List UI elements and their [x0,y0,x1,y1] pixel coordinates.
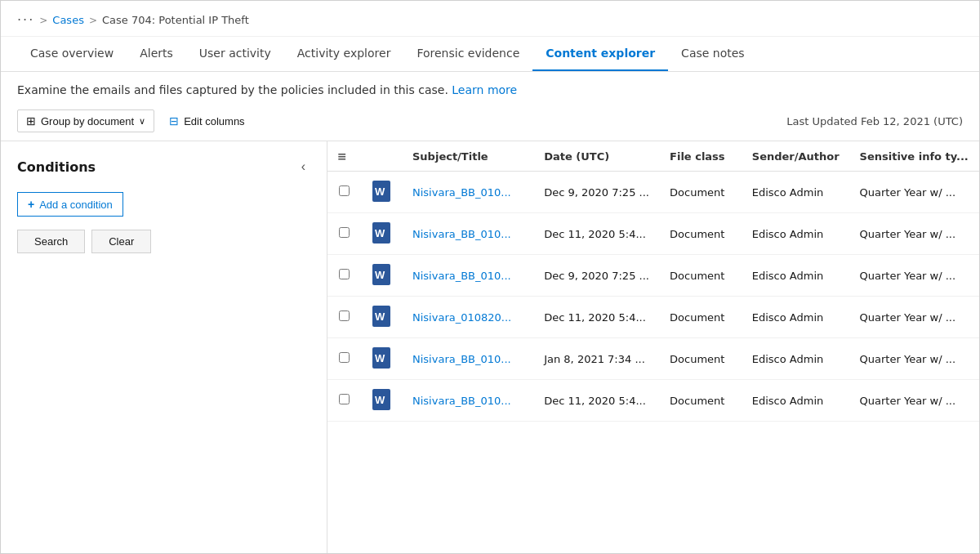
row-checkbox[interactable] [327,297,360,338]
learn-more-link[interactable]: Learn more [452,83,517,96]
select-all-icon[interactable]: ≡ [337,150,347,163]
row-fileclass: Document [660,297,742,338]
conditions-title: Conditions [17,159,96,175]
conditions-actions: Search Clear [17,230,310,253]
col-header-subject[interactable]: Subject/Title [403,141,534,172]
row-checkbox-input[interactable] [339,227,350,238]
svg-text:W: W [375,311,385,323]
add-condition-label: Add a condition [39,199,113,211]
group-by-button[interactable]: ⊞ Group by document ∨ [17,109,154,132]
row-checkbox-input[interactable] [339,394,350,404]
row-date: Jan 8, 2021 7:34 ... [534,338,660,380]
tab-user-activity[interactable]: User activity [186,37,284,71]
row-checkbox-input[interactable] [339,352,350,363]
conditions-header: Conditions ‹ [17,158,310,176]
row-subject: Nisivara_BB_010... [403,338,534,380]
row-fileclass: Document [660,172,742,213]
data-area: ≡ Subject/Title Date (UTC) File class Se… [327,141,979,553]
plus-icon: + [28,198,34,211]
row-date: Dec 11, 2020 5:4... [534,297,660,338]
tab-case-notes[interactable]: Case notes [668,37,758,71]
row-sender: Edisco Admin [742,172,850,213]
tab-activity-explorer[interactable]: Activity explorer [284,37,404,71]
svg-text:W: W [375,185,385,198]
table-row[interactable]: W Nisivara_010820... Dec 11, 2020 5:4...… [327,297,979,338]
content-table: ≡ Subject/Title Date (UTC) File class Se… [327,141,979,422]
breadcrumb-case-title: Case 704: Potential IP Theft [102,14,249,26]
tab-content-explorer[interactable]: Content explorer [532,37,668,71]
row-checkbox[interactable] [327,213,360,255]
group-by-label: Group by document [41,115,134,127]
search-button[interactable]: Search [17,230,85,253]
row-checkbox-input[interactable] [339,311,350,321]
conditions-panel: Conditions ‹ + Add a condition Search Cl… [1,141,327,553]
row-checkbox[interactable] [327,172,360,213]
row-sender: Edisco Admin [742,255,850,297]
breadcrumb-sep2: > [89,15,97,26]
svg-text:W: W [375,352,385,364]
breadcrumb-cases[interactable]: Cases [52,14,84,26]
row-fileclass: Document [660,255,742,297]
tab-forensic-evidence[interactable]: Forensic evidence [403,37,532,71]
tab-case-overview[interactable]: Case overview [17,37,127,71]
col-header-date[interactable]: Date (UTC) [534,141,660,172]
row-date: Dec 9, 2020 7:25 ... [534,172,660,213]
table-header-row: ≡ Subject/Title Date (UTC) File class Se… [327,141,979,172]
row-date: Dec 11, 2020 5:4... [534,213,660,255]
row-sensitive: Quarter Year w/ ... [850,255,979,297]
breadcrumb: ··· > Cases > Case 704: Potential IP The… [1,1,979,37]
app-window: ··· > Cases > Case 704: Potential IP The… [0,0,980,554]
table-row[interactable]: W Nisivara_BB_010... Dec 9, 2020 7:25 ..… [327,255,979,297]
main-area: Conditions ‹ + Add a condition Search Cl… [1,141,979,553]
nav-tabs: Case overview Alerts User activity Activ… [1,37,979,72]
row-fileclass: Document [660,380,742,422]
row-checkbox[interactable] [327,380,360,422]
col-header-sender[interactable]: Sender/Author [742,141,850,172]
table-row[interactable]: W Nisivara_BB_010... Dec 11, 2020 5:4...… [327,213,979,255]
group-icon: ⊞ [26,114,36,127]
row-subject: Nisivara_BB_010... [403,255,534,297]
row-sensitive: Quarter Year w/ ... [850,297,979,338]
row-sender: Edisco Admin [742,380,850,422]
row-subject: Nisivara_BB_010... [403,213,534,255]
row-checkbox[interactable] [327,255,360,297]
col-header-filetype [360,141,403,172]
row-checkbox-input[interactable] [339,269,350,279]
edit-columns-label: Edit columns [184,115,244,127]
row-checkbox-input[interactable] [339,185,350,196]
description-text: Examine the emails and files captured by… [17,83,448,96]
row-sensitive: Quarter Year w/ ... [850,380,979,422]
add-condition-button[interactable]: + Add a condition [17,192,123,217]
row-file-icon: W [360,338,403,380]
table-row[interactable]: W Nisivara_BB_010... Dec 11, 2020 5:4...… [327,380,979,422]
svg-text:W: W [375,269,385,281]
toolbar-left: ⊞ Group by document ∨ ⊟ Edit columns [17,109,250,132]
col-header-checkbox: ≡ [327,141,360,172]
breadcrumb-sep1: > [39,15,47,26]
clear-button[interactable]: Clear [91,230,151,253]
svg-text:W: W [375,394,385,406]
row-file-icon: W [360,297,403,338]
row-file-icon: W [360,255,403,297]
col-header-sensitive[interactable]: Sensitive info ty... [850,141,979,172]
row-file-icon: W [360,213,403,255]
row-date: Dec 9, 2020 7:25 ... [534,255,660,297]
collapse-panel-button[interactable]: ‹ [296,158,310,176]
row-date: Dec 11, 2020 5:4... [534,380,660,422]
chevron-down-icon: ∨ [139,116,145,127]
row-sender: Edisco Admin [742,338,850,380]
row-file-icon: W [360,380,403,422]
toolbar: ⊞ Group by document ∨ ⊟ Edit columns Las… [1,105,979,141]
row-sensitive: Quarter Year w/ ... [850,213,979,255]
table-row[interactable]: W Nisivara_BB_010... Jan 8, 2021 7:34 ..… [327,338,979,380]
table-row[interactable]: W Nisivara_BB_010... Dec 9, 2020 7:25 ..… [327,172,979,213]
edit-columns-button[interactable]: ⊟ Edit columns [164,110,249,132]
col-header-fileclass[interactable]: File class [660,141,742,172]
row-fileclass: Document [660,338,742,380]
row-subject: Nisivara_BB_010... [403,380,534,422]
tab-alerts[interactable]: Alerts [127,37,186,71]
breadcrumb-dots[interactable]: ··· [17,12,34,28]
row-checkbox[interactable] [327,338,360,380]
row-sensitive: Quarter Year w/ ... [850,338,979,380]
description-area: Examine the emails and files captured by… [1,72,979,105]
